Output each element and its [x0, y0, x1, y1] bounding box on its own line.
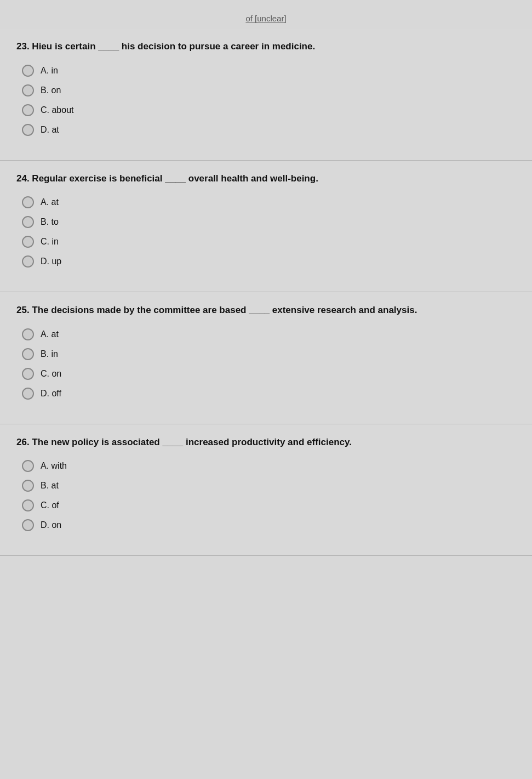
option-23-C[interactable]: C. about — [22, 104, 516, 116]
option-23-A[interactable]: A. in — [22, 65, 516, 77]
option-25-D[interactable]: D. off — [22, 388, 516, 400]
option-25-C[interactable]: C. on — [22, 368, 516, 380]
radio-circle-25-D[interactable] — [22, 388, 34, 400]
question-number-25: 25. — [16, 305, 30, 315]
option-label-26-C: C. of — [41, 501, 59, 510]
option-label-23-D: D. at — [41, 125, 59, 135]
option-24-C[interactable]: C. in — [22, 236, 516, 248]
radio-circle-24-A[interactable] — [22, 196, 34, 208]
option-label-26-B: B. at — [41, 481, 59, 491]
options-list-24: A. atB. toC. inD. up — [16, 196, 516, 268]
question-number-26: 26. — [16, 437, 30, 447]
question-block-25: 25. The decisions made by the committee … — [0, 292, 532, 424]
radio-circle-25-A[interactable] — [22, 328, 34, 340]
radio-circle-24-D[interactable] — [22, 255, 34, 268]
question-text-23: 23. Hieu is certain ____ his decision to… — [16, 39, 516, 54]
question-block-26: 26. The new policy is associated ____ in… — [0, 424, 532, 556]
option-label-26-A: A. with — [41, 461, 67, 471]
option-label-25-C: C. on — [41, 369, 61, 379]
radio-circle-25-C[interactable] — [22, 368, 34, 380]
option-label-25-B: B. in — [41, 349, 58, 359]
questions-container: 23. Hieu is certain ____ his decision to… — [0, 29, 532, 556]
question-text-24: 24. Regular exercise is beneficial ____ … — [16, 172, 516, 186]
question-block-24: 24. Regular exercise is beneficial ____ … — [0, 161, 532, 293]
question-number-24: 24. — [16, 173, 30, 184]
question-text-26: 26. The new policy is associated ____ in… — [16, 435, 516, 450]
radio-circle-23-D[interactable] — [22, 124, 34, 136]
option-26-B[interactable]: B. at — [22, 480, 516, 492]
option-label-24-C: C. in — [41, 237, 59, 247]
options-list-23: A. inB. onC. aboutD. at — [16, 65, 516, 136]
top-bar-text: of [unclear] — [245, 14, 286, 23]
question-text-25: 25. The decisions made by the committee … — [16, 303, 516, 317]
option-label-24-B: B. to — [41, 217, 59, 227]
option-24-B[interactable]: B. to — [22, 216, 516, 228]
option-23-D[interactable]: D. at — [22, 124, 516, 136]
option-label-24-A: A. at — [41, 197, 59, 207]
radio-circle-24-C[interactable] — [22, 236, 34, 248]
option-23-B[interactable]: B. on — [22, 84, 516, 96]
radio-circle-23-C[interactable] — [22, 104, 34, 116]
question-number-23: 23. — [16, 41, 30, 52]
radio-circle-26-D[interactable] — [22, 519, 34, 531]
option-24-D[interactable]: D. up — [22, 255, 516, 268]
options-list-26: A. withB. atC. ofD. on — [16, 460, 516, 531]
radio-circle-25-B[interactable] — [22, 348, 34, 360]
option-24-A[interactable]: A. at — [22, 196, 516, 208]
option-26-D[interactable]: D. on — [22, 519, 516, 531]
option-25-B[interactable]: B. in — [22, 348, 516, 360]
question-block-23: 23. Hieu is certain ____ his decision to… — [0, 29, 532, 161]
option-26-C[interactable]: C. of — [22, 499, 516, 511]
top-bar: of [unclear] — [0, 11, 532, 29]
option-25-A[interactable]: A. at — [22, 328, 516, 340]
radio-circle-23-A[interactable] — [22, 65, 34, 77]
option-label-25-A: A. at — [41, 329, 59, 339]
radio-circle-24-B[interactable] — [22, 216, 34, 228]
radio-circle-26-A[interactable] — [22, 460, 34, 472]
option-label-25-D: D. off — [41, 389, 61, 399]
option-label-24-D: D. up — [41, 257, 61, 266]
option-label-23-A: A. in — [41, 66, 58, 76]
option-26-A[interactable]: A. with — [22, 460, 516, 472]
radio-circle-26-C[interactable] — [22, 499, 34, 511]
options-list-25: A. atB. inC. onD. off — [16, 328, 516, 400]
option-label-23-C: C. about — [41, 105, 73, 115]
option-label-23-B: B. on — [41, 86, 61, 95]
option-label-26-D: D. on — [41, 520, 61, 530]
page-container: of [unclear] 23. Hieu is certain ____ hi… — [0, 0, 532, 779]
radio-circle-23-B[interactable] — [22, 84, 34, 96]
radio-circle-26-B[interactable] — [22, 480, 34, 492]
